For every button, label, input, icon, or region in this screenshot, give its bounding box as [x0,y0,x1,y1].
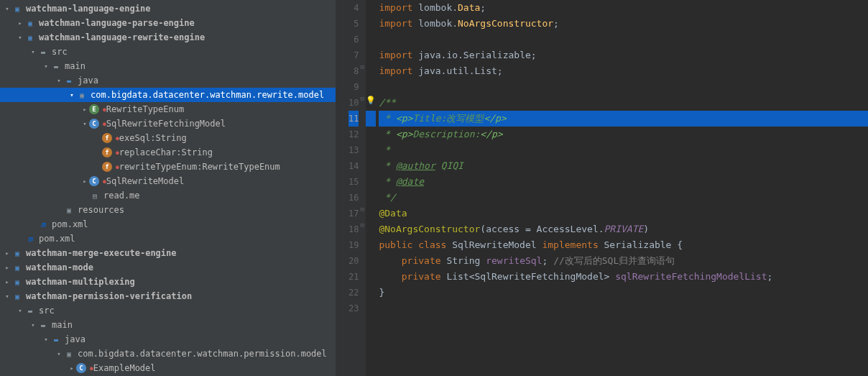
tree-label: java [65,334,86,344]
tree-label: watchman-mode [26,262,93,272]
chevron-down-icon: ▾ [42,63,50,70]
tree-node-src[interactable]: ▾▬src [0,303,336,318]
code-line[interactable]: private String rewriteSql; //改写后的SQL归并查询… [379,253,868,269]
code-line[interactable]: @NoArgsConstructor(access = AccessLevel.… [379,221,868,237]
tree-node-class[interactable]: ▸C●ExampleModel [0,361,336,375]
tree-node[interactable]: ▸▣watchman-mode [0,260,336,275]
code-line[interactable]: private List<SqlRewriteFetchingModel> sq… [379,269,868,285]
enum-icon: E [89,104,99,114]
tree-node-main[interactable]: ▾▬main [0,59,336,73]
module-icon: ▣ [24,17,36,29]
code-line[interactable]: * @date [379,174,868,190]
tree-node-field[interactable]: f●exeSql:String [0,131,336,145]
chevron-right-icon: ▸ [3,278,11,285]
line-number: 22 [348,285,359,301]
folder-icon: ▬ [37,319,49,331]
tree-node-main[interactable]: ▾▬main [0,318,336,332]
chevron-right-icon: ▸ [80,178,89,185]
code-line[interactable]: @Data [379,206,868,221]
tree-label: watchman-language-engine [26,4,150,14]
fold-icon[interactable]: ⊟ [360,63,364,70]
line-number: 8 [348,63,359,79]
tree-label: src [39,306,55,316]
code-line[interactable]: public class SqlRewriteModel implements … [379,237,868,253]
field-icon: f [102,133,112,143]
chevron-down-icon: ▾ [3,5,11,12]
line-number: 6 [348,32,359,47]
tree-label: watchman-language-rewrite-engine [39,32,205,42]
code-editor[interactable]: 4 5 6 7 8 9 10 11 12 13 14 15 16 17 18 1… [336,0,868,376]
tree-label: read.me [103,191,140,201]
line-number-current: 11 [348,111,359,127]
tree-node-class[interactable]: ▸E●RewriteTypeEnum [0,102,336,116]
tree-label: main [65,61,86,71]
line-number: 12 [348,127,359,142]
fold-icon[interactable]: ⊟ [360,221,364,229]
tree-node-src[interactable]: ▾▬src [0,45,336,59]
code-line[interactable]: import lombok.NoArgsConstructor; [379,16,868,32]
fold-icon[interactable]: ⊟ [360,95,364,102]
tree-node-class[interactable]: ▾C●SqlRewriteFetchingModel [0,116,336,131]
tree-node-java[interactable]: ▾▬java [0,73,336,88]
code-line[interactable]: * <p>Description:</p> [379,127,868,142]
tree-node-class[interactable]: ▸C●SqlRewriteModel [0,174,336,188]
tree-node[interactable]: ▾▣watchman-permission-verification [0,289,336,303]
code-area[interactable]: import lombok.Data; import lombok.NoArgs… [376,0,868,376]
code-line[interactable]: * @author QIQI [379,158,868,174]
tree-label: com.bigdata.datacenter.watchman.permissi… [78,349,327,359]
folder-icon: ▬ [37,46,49,58]
tree-label: RewriteTypeEnum [106,104,184,114]
code-line[interactable]: * [379,142,868,158]
tree-node-package[interactable]: ▾▣com.bigdata.datacenter.watchman.permis… [0,347,336,361]
module-icon: ▣ [11,290,23,302]
fold-margin: ⊟ ⊟💡 ⊟ ⊟ [366,0,376,376]
line-number: 4 [348,0,359,16]
tree-node-pom[interactable]: mpom.xml [0,231,336,246]
line-number: 21 [348,269,359,285]
chevron-down-icon: ▾ [80,120,89,127]
tree-node-root[interactable]: ▾▣watchman-language-engine [0,1,336,16]
code-line[interactable]: */ [379,190,868,206]
code-line[interactable] [379,301,868,316]
line-number: 13 [348,142,359,158]
tree-node-package[interactable]: ▾▣com.bigdata.datacenter.watchman.rewrit… [0,88,336,102]
chevron-right-icon: ▸ [68,364,76,372]
chevron-down-icon: ▾ [55,350,63,357]
chevron-down-icon: ▾ [42,336,50,343]
code-line[interactable] [379,79,868,95]
chevron-down-icon: ▾ [16,307,24,314]
tree-label: watchman-merge-execute-engine [26,248,177,258]
tree-label: pom.xml [52,219,88,229]
code-line-current[interactable]: * <p>Title:改写模型</p> [379,111,868,127]
tree-node[interactable]: ▸▣watchman-multiplexing [0,275,336,289]
maven-icon: m [37,219,49,230]
code-line[interactable] [379,32,868,47]
tree-node-java[interactable]: ▾▬java [0,332,336,347]
tree-node[interactable]: ▸▣watchman-merge-execute-engine [0,246,336,260]
package-icon: ▣ [76,89,88,101]
tree-node-file[interactable]: ▤read.me [0,188,336,203]
tree-node[interactable]: ▾▣watchman-language-rewrite-engine [0,30,336,45]
code-line[interactable]: import lombok.Data; [379,0,868,16]
fold-icon[interactable]: ⊟ [360,206,364,213]
project-tree[interactable]: ▾▣watchman-language-engine ▸▣watchman-la… [0,0,336,376]
code-line[interactable]: /** [379,95,868,111]
line-number: 23 [348,301,359,316]
module-icon: ▣ [11,247,23,259]
tree-node-pom[interactable]: mpom.xml [0,217,336,231]
code-line[interactable]: import java.util.List; [379,63,868,79]
module-icon: ▣ [11,3,23,14]
tree-node-field[interactable]: f●rewriteTypeEnum:RewriteTypeEnum [0,160,336,174]
line-number: 9 [348,79,359,95]
field-icon: f [102,147,112,157]
intention-bulb-icon[interactable]: 💡 [366,96,376,105]
line-number: 20 [348,253,359,269]
field-icon: f [102,162,112,172]
tree-node-resources[interactable]: ▣resources [0,203,336,217]
line-number: 17 [348,206,359,221]
tree-node[interactable]: ▸▣watchman-language-parse-engine [0,16,336,30]
chevron-down-icon: ▾ [29,321,37,329]
code-line[interactable]: import java.io.Serializable; [379,47,868,63]
code-line[interactable]: } [379,285,868,301]
tree-node-field[interactable]: f●replaceChar:String [0,145,336,160]
